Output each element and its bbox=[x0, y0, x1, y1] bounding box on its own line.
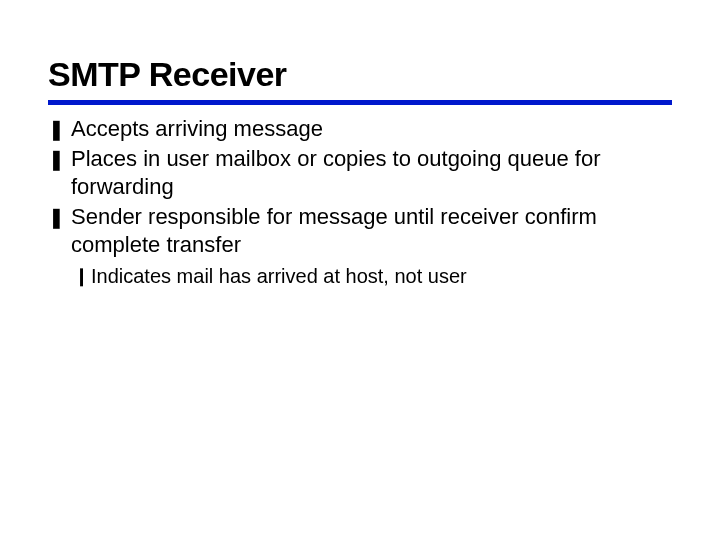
bullet-item: ❚ Places in user mailbox or copies to ou… bbox=[48, 145, 672, 201]
bullet-text: Sender responsible for message until rec… bbox=[71, 203, 672, 259]
slide-content: ❚ Accepts arriving message ❚ Places in u… bbox=[48, 115, 672, 289]
bullet-item: ❚ Sender responsible for message until r… bbox=[48, 203, 672, 259]
bullet-marker-icon: ❚ bbox=[48, 203, 65, 231]
sub-bullet-marker-icon: ❙ bbox=[74, 263, 89, 289]
sub-bullet-item: ❙ Indicates mail has arrived at host, no… bbox=[74, 263, 672, 289]
bullet-text: Accepts arriving message bbox=[71, 115, 323, 143]
bullet-marker-icon: ❚ bbox=[48, 115, 65, 143]
sub-bullet-text: Indicates mail has arrived at host, not … bbox=[91, 263, 467, 289]
bullet-item: ❚ Accepts arriving message bbox=[48, 115, 672, 143]
bullet-marker-icon: ❚ bbox=[48, 145, 65, 173]
title-divider bbox=[48, 100, 672, 105]
bullet-text: Places in user mailbox or copies to outg… bbox=[71, 145, 672, 201]
slide-title: SMTP Receiver bbox=[48, 55, 672, 94]
